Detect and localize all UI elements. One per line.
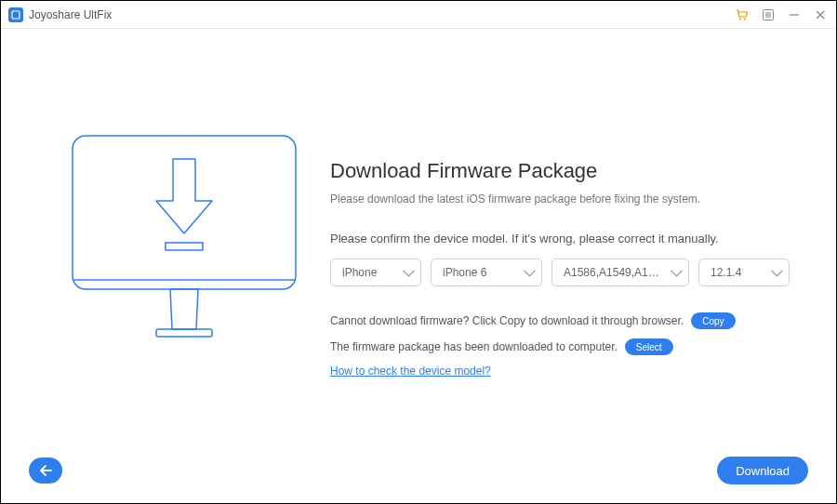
svg-rect-0 xyxy=(12,11,20,19)
device-type-value: iPhone xyxy=(342,266,398,279)
help-link-line: How to check the device model? xyxy=(330,365,790,378)
illustration-panel xyxy=(47,66,321,429)
select-info-text: The firmware package has been downloaded… xyxy=(330,340,618,353)
menu-icon[interactable] xyxy=(760,7,777,23)
cart-icon[interactable] xyxy=(734,7,751,23)
page-subheading: Please download the latest iOS firmware … xyxy=(330,192,790,206)
close-button[interactable] xyxy=(812,7,829,23)
content: Download Firmware Package Please downloa… xyxy=(1,29,836,447)
model-number-select[interactable]: A1586,A1549,A1… xyxy=(551,259,689,286)
device-selects-row: iPhone iPhone 6 A1586,A1549,A1… 12.1.4 xyxy=(330,259,790,286)
svg-point-2 xyxy=(744,18,746,20)
model-number-value: A1586,A1549,A1… xyxy=(564,266,666,279)
ios-version-value: 12.1.4 xyxy=(711,266,766,279)
select-button[interactable]: Select xyxy=(625,338,673,355)
help-link[interactable]: How to check the device model? xyxy=(330,365,491,378)
copy-info-text: Cannot download firmware? Click Copy to … xyxy=(330,314,684,327)
footer: Download xyxy=(1,447,836,503)
download-button[interactable]: Download xyxy=(717,457,808,484)
titlebar: Joyoshare UltFix xyxy=(1,1,836,29)
device-model-value: iPhone 6 xyxy=(443,266,519,279)
svg-rect-12 xyxy=(156,329,212,337)
device-type-select[interactable]: iPhone xyxy=(330,259,421,286)
titlebar-controls xyxy=(734,7,829,23)
arrow-left-icon xyxy=(38,464,53,477)
ios-version-select[interactable]: 12.1.4 xyxy=(698,259,790,286)
confirm-instruction: Please confirm the device model. If it's… xyxy=(330,232,790,245)
copy-button[interactable]: Copy xyxy=(691,312,735,329)
page-heading: Download Firmware Package xyxy=(330,159,790,183)
back-button[interactable] xyxy=(29,458,62,484)
svg-point-1 xyxy=(739,18,741,20)
form-panel: Download Firmware Package Please downloa… xyxy=(321,66,790,429)
download-monitor-illustration xyxy=(59,126,310,368)
svg-rect-13 xyxy=(166,243,203,250)
minimize-button[interactable] xyxy=(786,7,803,23)
app-icon xyxy=(8,7,23,22)
app-title: Joyoshare UltFix xyxy=(29,8,112,21)
device-model-select[interactable]: iPhone 6 xyxy=(431,259,542,286)
copy-info-line: Cannot download firmware? Click Copy to … xyxy=(330,312,790,329)
select-info-line: The firmware package has been downloaded… xyxy=(330,338,790,355)
